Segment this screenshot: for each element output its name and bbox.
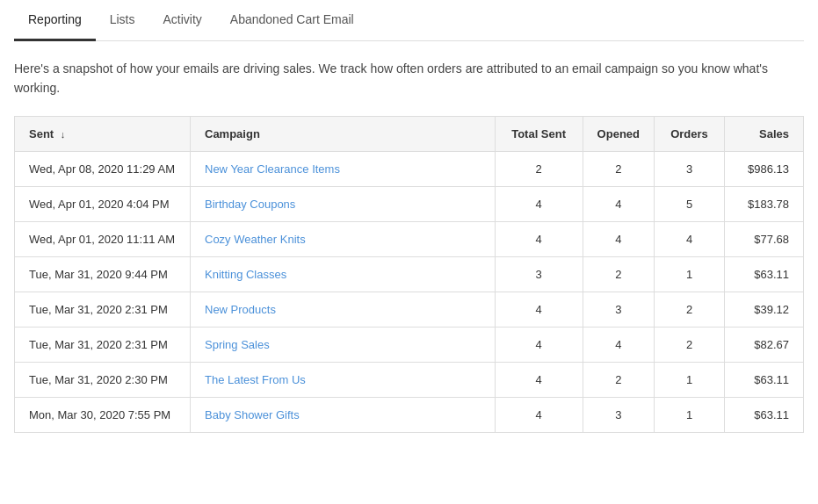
cell-opened: 3 <box>583 397 654 432</box>
cell-sent: Mon, Mar 30, 2020 7:55 PM <box>15 397 191 432</box>
cell-orders: 1 <box>655 397 725 432</box>
cell-sales: $77.68 <box>725 221 804 256</box>
campaign-link[interactable]: Spring Sales <box>205 338 270 351</box>
cell-total-sent: 4 <box>495 221 583 256</box>
table-row: Tue, Mar 31, 2020 2:31 PMNew Products432… <box>15 292 804 327</box>
cell-orders: 2 <box>655 327 725 362</box>
tab-reporting[interactable]: Reporting <box>14 0 96 41</box>
cell-campaign: Knitting Classes <box>191 256 496 292</box>
campaign-link[interactable]: Baby Shower Gifts <box>205 408 300 421</box>
cell-sales: $183.78 <box>725 186 804 221</box>
cell-total-sent: 3 <box>495 256 583 292</box>
cell-campaign: The Latest From Us <box>191 362 496 397</box>
campaign-link[interactable]: Birthday Coupons <box>205 198 295 211</box>
table-row: Wed, Apr 01, 2020 11:11 AMCozy Weather K… <box>15 221 804 256</box>
cell-sales: $82.67 <box>725 327 804 362</box>
cell-sales: $63.11 <box>725 397 804 432</box>
col-header-total-sent[interactable]: Total Sent <box>495 116 583 151</box>
campaign-link[interactable]: Cozy Weather Knits <box>205 233 306 246</box>
cell-opened: 4 <box>583 221 654 256</box>
cell-total-sent: 2 <box>495 151 583 186</box>
nav-tabs: Reporting Lists Activity Abandoned Cart … <box>14 0 804 41</box>
cell-campaign: New Year Clearance Items <box>191 151 496 186</box>
col-header-opened[interactable]: Opened <box>583 116 654 151</box>
cell-sent: Tue, Mar 31, 2020 2:31 PM <box>15 292 191 327</box>
cell-opened: 4 <box>583 327 654 362</box>
col-header-orders[interactable]: Orders <box>655 116 725 151</box>
cell-orders: 4 <box>655 221 725 256</box>
sort-desc-icon: ↓ <box>61 129 66 140</box>
cell-total-sent: 4 <box>495 186 583 221</box>
cell-sent: Wed, Apr 08, 2020 11:29 AM <box>15 151 191 186</box>
cell-opened: 2 <box>583 362 654 397</box>
table-row: Tue, Mar 31, 2020 2:30 PMThe Latest From… <box>15 362 804 397</box>
col-header-sent[interactable]: Sent ↓ <box>15 116 191 151</box>
page-description: Here's a snapshot of how your emails are… <box>14 59 804 98</box>
table-row: Mon, Mar 30, 2020 7:55 PMBaby Shower Gif… <box>15 397 804 432</box>
table-header-row: Sent ↓ Campaign Total Sent Opened Orders… <box>15 116 804 151</box>
cell-sales: $39.12 <box>725 292 804 327</box>
cell-opened: 4 <box>583 186 654 221</box>
cell-orders: 3 <box>655 151 725 186</box>
cell-orders: 1 <box>655 362 725 397</box>
cell-orders: 1 <box>655 256 725 292</box>
cell-opened: 3 <box>583 292 654 327</box>
cell-campaign: Birthday Coupons <box>191 186 496 221</box>
cell-orders: 2 <box>655 292 725 327</box>
tab-lists[interactable]: Lists <box>96 0 149 41</box>
table-row: Tue, Mar 31, 2020 9:44 PMKnitting Classe… <box>15 256 804 292</box>
cell-campaign: Baby Shower Gifts <box>191 397 496 432</box>
app-container: Reporting Lists Activity Abandoned Cart … <box>0 0 818 504</box>
cell-opened: 2 <box>583 256 654 292</box>
cell-campaign: New Products <box>191 292 496 327</box>
cell-sales: $63.11 <box>725 256 804 292</box>
cell-sales: $986.13 <box>725 151 804 186</box>
cell-opened: 2 <box>583 151 654 186</box>
cell-sales: $63.11 <box>725 362 804 397</box>
cell-total-sent: 4 <box>495 292 583 327</box>
cell-sent: Wed, Apr 01, 2020 4:04 PM <box>15 186 191 221</box>
cell-total-sent: 4 <box>495 327 583 362</box>
reporting-table: Sent ↓ Campaign Total Sent Opened Orders… <box>14 116 804 433</box>
cell-sent: Tue, Mar 31, 2020 9:44 PM <box>15 256 191 292</box>
table-row: Wed, Apr 01, 2020 4:04 PMBirthday Coupon… <box>15 186 804 221</box>
campaign-link[interactable]: New Year Clearance Items <box>205 162 340 176</box>
cell-sent: Tue, Mar 31, 2020 2:30 PM <box>15 362 191 397</box>
tab-activity[interactable]: Activity <box>149 0 216 41</box>
col-header-campaign[interactable]: Campaign <box>191 116 496 151</box>
tab-abandoned-cart[interactable]: Abandoned Cart Email <box>216 0 368 41</box>
table-row: Tue, Mar 31, 2020 2:31 PMSpring Sales442… <box>15 327 804 362</box>
cell-sent: Tue, Mar 31, 2020 2:31 PM <box>15 327 191 362</box>
cell-campaign: Spring Sales <box>191 327 496 362</box>
cell-total-sent: 4 <box>495 362 583 397</box>
cell-campaign: Cozy Weather Knits <box>191 221 496 256</box>
campaign-link[interactable]: The Latest From Us <box>205 373 306 386</box>
cell-total-sent: 4 <box>495 397 583 432</box>
campaign-link[interactable]: Knitting Classes <box>205 268 286 281</box>
col-header-sales[interactable]: Sales <box>725 116 804 151</box>
campaign-link[interactable]: New Products <box>205 303 276 316</box>
cell-sent: Wed, Apr 01, 2020 11:11 AM <box>15 221 191 256</box>
cell-orders: 5 <box>655 186 725 221</box>
table-row: Wed, Apr 08, 2020 11:29 AMNew Year Clear… <box>15 151 804 186</box>
